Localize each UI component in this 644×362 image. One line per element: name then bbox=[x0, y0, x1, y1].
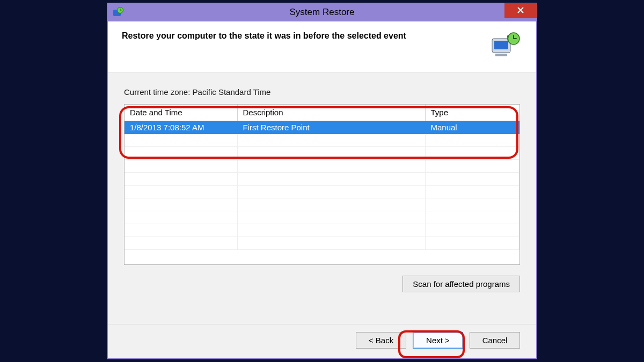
close-icon bbox=[517, 5, 524, 17]
restore-points-table[interactable]: Date and Time Description Type 1/8/2013 … bbox=[124, 104, 520, 265]
scan-affected-button[interactable]: Scan for affected programs bbox=[402, 276, 520, 292]
wizard-header: Restore your computer to the state it wa… bbox=[108, 21, 536, 72]
page-heading: Restore your computer to the state it wa… bbox=[122, 31, 406, 41]
wizard-footer: < Back Next > Cancel bbox=[108, 324, 536, 358]
next-button[interactable]: Next > bbox=[413, 332, 463, 349]
client-area: Restore your computer to the state it wa… bbox=[108, 21, 536, 358]
close-button[interactable] bbox=[504, 3, 537, 18]
col-type[interactable]: Type bbox=[425, 105, 519, 121]
wizard-body: Current time zone: Pacific Standard Time… bbox=[108, 72, 536, 324]
svg-rect-3 bbox=[494, 41, 508, 49]
col-datetime[interactable]: Date and Time bbox=[125, 105, 237, 121]
table-row: . bbox=[125, 198, 519, 211]
restore-hero-icon bbox=[490, 31, 522, 58]
table-row: . bbox=[125, 134, 519, 146]
cell-type: Manual bbox=[425, 121, 519, 134]
cell-datetime: 1/8/2013 7:08:52 AM bbox=[125, 121, 237, 134]
cancel-button[interactable]: Cancel bbox=[470, 332, 520, 349]
table-row: . bbox=[125, 237, 519, 249]
cell-description: First Restore Point bbox=[237, 121, 425, 134]
window-title: System Restore bbox=[107, 7, 537, 18]
table-row: . bbox=[125, 185, 519, 198]
svg-rect-4 bbox=[495, 54, 507, 56]
table-row: . bbox=[125, 159, 519, 172]
titlebar: System Restore bbox=[107, 3, 537, 21]
table-row: . bbox=[125, 211, 519, 224]
system-restore-window: System Restore Restore your computer to … bbox=[107, 3, 537, 359]
restore-point-row[interactable]: 1/8/2013 7:08:52 AM First Restore Point … bbox=[125, 121, 519, 134]
col-description[interactable]: Description bbox=[237, 105, 425, 121]
table-row: . bbox=[125, 224, 519, 237]
back-button[interactable]: < Back bbox=[356, 332, 406, 349]
table-row: . bbox=[125, 146, 519, 159]
table-row: . bbox=[125, 172, 519, 185]
system-restore-icon bbox=[113, 7, 123, 18]
timezone-label: Current time zone: Pacific Standard Time bbox=[124, 87, 520, 97]
